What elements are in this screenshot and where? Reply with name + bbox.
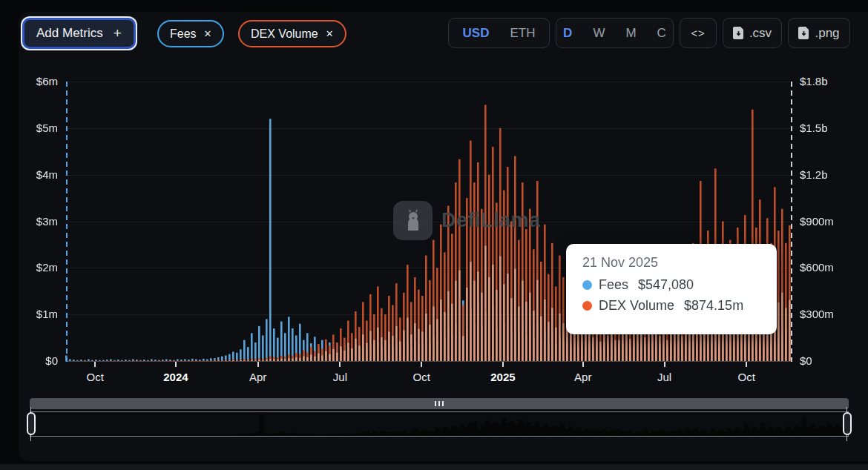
x-axis-tick <box>502 362 504 367</box>
tooltip-value: $547,080 <box>638 277 694 293</box>
x-axis-tick-label: Jul <box>333 371 347 383</box>
x-axis-tick <box>421 362 422 367</box>
interval-option-weekly[interactable]: W <box>582 19 615 47</box>
right-axis-tick-label: $1.8b <box>800 75 828 88</box>
tooltip-label: DEX Volume <box>599 298 674 314</box>
interval-option-cumulative[interactable]: C <box>647 19 677 47</box>
add-metrics-button[interactable]: Add Metrics + <box>22 18 136 49</box>
x-axis-tick <box>175 362 177 367</box>
defillama-logo-icon <box>393 201 433 240</box>
x-axis-tick-label: Oct <box>87 371 104 383</box>
metric-chip-fees[interactable]: Fees ✕ <box>157 20 224 47</box>
minimap-canvas <box>30 412 848 436</box>
close-icon[interactable]: ✕ <box>326 28 334 39</box>
left-axis-tick-label: $6m <box>36 75 58 88</box>
csv-label: .csv <box>749 26 772 41</box>
gridline <box>65 175 792 176</box>
x-axis-tick-label: 2025 <box>490 371 515 383</box>
plus-icon: + <box>114 25 122 42</box>
right-axis-tick-label: $1.5b <box>800 122 828 135</box>
tooltip-row-dex-volume: DEX Volume $874.15m <box>582 298 762 314</box>
left-axis-tick-label: $0 <box>45 354 58 368</box>
close-icon[interactable]: ✕ <box>204 28 212 39</box>
left-axis-tick-label: $2m <box>36 261 58 274</box>
x-axis-tick <box>746 362 747 367</box>
interval-toggle: D W M C <box>556 18 674 48</box>
file-download-icon <box>798 27 809 39</box>
chip-label: DEX Volume <box>251 27 318 41</box>
fees-series-dot <box>582 280 592 290</box>
handle-stem <box>846 434 847 441</box>
brush-handle-right[interactable] <box>843 412 852 435</box>
watermark-text: DefiLlama <box>441 209 541 232</box>
minimap-overview[interactable] <box>30 411 849 437</box>
x-axis-tick <box>94 362 96 367</box>
x-axis-tick-label: Apr <box>249 371 266 383</box>
dex-volume-series-dot <box>582 301 592 311</box>
range-end-dashed-line <box>791 82 792 362</box>
x-axis-tick <box>582 362 584 367</box>
currency-option-usd[interactable]: USD <box>453 19 500 47</box>
defillama-watermark: DefiLlama <box>393 201 541 240</box>
x-axis-tick-label: Jul <box>657 371 671 383</box>
range-start-dashed-line <box>66 82 68 362</box>
slider-grip-icon[interactable] <box>435 401 444 406</box>
left-axis-tick-label: $1m <box>36 308 58 321</box>
right-axis-tick-label: $600m <box>800 261 834 274</box>
currency-option-eth[interactable]: ETH <box>499 19 545 47</box>
currency-toggle: USD ETH <box>448 18 550 48</box>
code-brackets-icon: <> <box>691 27 706 39</box>
interval-option-daily[interactable]: D <box>553 19 582 47</box>
right-axis-tick-label: $1.2b <box>800 168 828 182</box>
x-axis-tick <box>664 362 665 367</box>
x-axis-tick <box>339 362 341 367</box>
x-axis-tick-label: Oct <box>413 371 430 383</box>
left-axis-tick-label: $5m <box>36 122 58 135</box>
x-axis-tick-label: Apr <box>574 371 591 383</box>
right-axis-tick-label: $300m <box>800 308 834 321</box>
gridline <box>65 82 792 82</box>
file-download-icon <box>733 27 744 39</box>
tooltip-label: Fees <box>599 277 628 293</box>
bottom-strip <box>0 464 868 470</box>
x-axis-tick-label: 2024 <box>163 371 188 383</box>
chip-label: Fees <box>170 27 197 41</box>
x-axis-tick-label: Oct <box>738 371 755 383</box>
embed-code-button[interactable]: <> <box>680 18 717 48</box>
tooltip-value: $874.15m <box>684 298 743 314</box>
zoom-slider-track[interactable] <box>30 398 849 409</box>
chart-tooltip: 21 Nov 2025 Fees $547,080 DEX Volume $87… <box>566 244 777 334</box>
toolbar: Add Metrics + Fees ✕ DEX Volume ✕ USD ET… <box>0 16 868 50</box>
png-label: .png <box>815 26 839 41</box>
left-axis-tick-label: $4m <box>36 168 58 182</box>
brush-handle-left[interactable] <box>27 412 36 435</box>
left-axis-tick-label: $3m <box>36 215 58 228</box>
right-axis-tick-label: $900m <box>800 215 834 228</box>
metric-chip-dex-volume[interactable]: DEX Volume ✕ <box>238 20 346 47</box>
handle-stem <box>30 434 31 441</box>
right-axis-tick-label: $0 <box>800 354 812 368</box>
tooltip-date: 21 Nov 2025 <box>582 255 762 271</box>
interval-option-monthly[interactable]: M <box>615 19 646 47</box>
tooltip-row-fees: Fees $547,080 <box>582 277 762 293</box>
gridline <box>65 128 792 129</box>
export-png-button[interactable]: .png <box>788 18 850 48</box>
export-csv-button[interactable]: .csv <box>723 18 782 48</box>
add-metrics-label: Add Metrics <box>36 26 103 41</box>
x-axis-tick <box>257 362 259 367</box>
